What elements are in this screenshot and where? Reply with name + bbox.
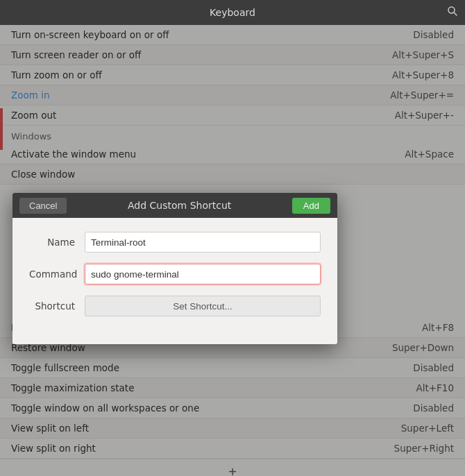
add-button[interactable]: Add [292,198,330,214]
svg-line-1 [454,12,457,15]
search-icon[interactable] [447,6,458,19]
add-custom-shortcut-dialog: Cancel Add Custom Shortcut Add Name Comm… [12,193,337,344]
title-bar: Keyboard [0,0,465,25]
cancel-button[interactable]: Cancel [19,198,67,214]
main-content: Turn on-screen keyboard on or off Disabl… [0,25,465,476]
dialog-body: Name Command Shortcut Set Shortcut... [12,218,337,344]
command-row: Command [29,264,321,284]
dialog-titlebar: Cancel Add Custom Shortcut Add [12,193,337,218]
name-input[interactable] [85,232,321,253]
dialog-title: Add Custom Shortcut [128,200,231,211]
window-title: Keyboard [210,7,255,18]
command-label: Command [29,269,85,280]
shortcut-label: Shortcut [29,300,85,312]
name-label: Name [29,237,85,248]
command-input[interactable] [85,264,321,284]
shortcut-row: Shortcut Set Shortcut... [29,296,321,316]
set-shortcut-button[interactable]: Set Shortcut... [85,296,321,316]
name-row: Name [29,232,321,253]
